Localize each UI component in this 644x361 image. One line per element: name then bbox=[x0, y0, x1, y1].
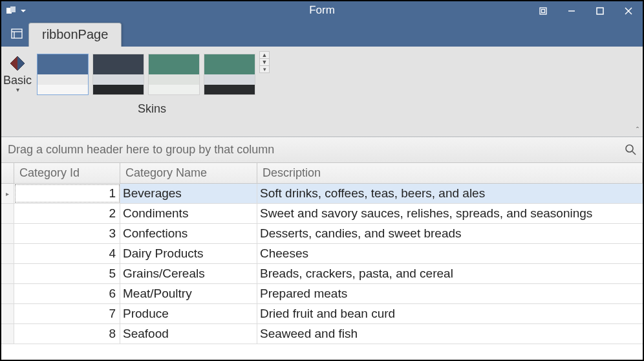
cell-category-name[interactable]: Meat/Poultry bbox=[120, 284, 257, 303]
ribbon-group-skins: ▲ ▼ ▾ Skins bbox=[34, 50, 270, 137]
skin-swatch[interactable] bbox=[204, 54, 255, 95]
svg-rect-3 bbox=[597, 8, 603, 14]
column-header-name[interactable]: Category Name bbox=[120, 163, 257, 183]
row-indicator bbox=[1, 224, 14, 243]
cell-description[interactable]: Cheeses bbox=[257, 244, 643, 263]
ribbon-header: ribbonPage bbox=[1, 21, 643, 47]
cell-category-name[interactable]: Seafood bbox=[120, 324, 257, 344]
app-window: Form ribbonPage bbox=[0, 0, 644, 361]
svg-point-12 bbox=[626, 145, 633, 152]
data-grid: Category Id Category Name Description ▸1… bbox=[1, 163, 643, 360]
cell-category-id[interactable]: 5 bbox=[14, 264, 120, 283]
row-indicator bbox=[1, 264, 14, 283]
chevron-down-icon: ▾ bbox=[16, 86, 19, 93]
row-indicator bbox=[1, 284, 14, 303]
cell-description[interactable]: Sweet and savory sauces, relishes, sprea… bbox=[257, 204, 643, 223]
close-button[interactable] bbox=[614, 1, 643, 21]
basic-skin-icon bbox=[8, 54, 27, 72]
row-indicator bbox=[1, 204, 14, 223]
skin-swatch[interactable] bbox=[37, 54, 89, 95]
cell-description[interactable]: Desserts, candies, and sweet breads bbox=[257, 224, 643, 243]
gallery-expand-button[interactable]: ▾ bbox=[259, 66, 270, 73]
column-header-id[interactable]: Category Id bbox=[14, 163, 120, 183]
ribbon-body: Basic ▾ ▲ ▼ ▾ Skins ˆ bbox=[1, 47, 643, 137]
gallery-down-button[interactable]: ▼ bbox=[259, 59, 270, 66]
table-row[interactable]: 4Dairy ProductsCheeses bbox=[1, 244, 643, 264]
svg-marker-11 bbox=[10, 56, 17, 71]
table-row[interactable]: 6Meat/PoultryPrepared meats bbox=[1, 284, 643, 304]
ribbon-group-basic[interactable]: Basic ▾ bbox=[1, 50, 34, 137]
row-indicator bbox=[1, 244, 14, 263]
cell-description[interactable]: Seaweed and fish bbox=[257, 324, 643, 344]
minimize-button[interactable] bbox=[557, 1, 586, 21]
row-indicator bbox=[1, 304, 14, 323]
group-panel-hint: Drag a column header here to group by th… bbox=[8, 143, 274, 157]
gallery-up-button[interactable]: ▲ bbox=[259, 51, 270, 59]
svg-rect-1 bbox=[542, 10, 545, 13]
title-bar[interactable]: Form bbox=[1, 1, 643, 21]
group-by-panel[interactable]: Drag a column header here to group by th… bbox=[1, 137, 643, 163]
skin-swatch[interactable] bbox=[92, 54, 144, 95]
cell-category-name[interactable]: Condiments bbox=[120, 204, 257, 223]
cell-description[interactable]: Prepared meats bbox=[257, 284, 643, 303]
cell-category-id[interactable]: 2 bbox=[14, 204, 120, 223]
ribbon-tab[interactable]: ribbonPage bbox=[28, 23, 122, 47]
cell-category-id[interactable]: 7 bbox=[14, 304, 120, 323]
cell-category-id[interactable]: 3 bbox=[14, 224, 120, 243]
svg-rect-0 bbox=[540, 8, 546, 14]
skin-gallery: ▲ ▼ ▾ bbox=[34, 50, 270, 98]
cell-description[interactable]: Soft drinks, coffees, teas, beers, and a… bbox=[257, 184, 643, 203]
ribbon-collapse-icon[interactable]: ˆ bbox=[636, 126, 639, 135]
cell-category-name[interactable]: Dairy Products bbox=[120, 244, 257, 263]
maximize-button[interactable] bbox=[586, 1, 614, 21]
app-icon bbox=[6, 6, 17, 16]
column-header-desc[interactable]: Description bbox=[257, 163, 643, 183]
window-controls bbox=[529, 1, 643, 21]
table-row[interactable]: 7ProduceDried fruit and bean curd bbox=[1, 304, 643, 324]
svg-marker-10 bbox=[17, 56, 25, 71]
table-row[interactable]: 3ConfectionsDesserts, candies, and sweet… bbox=[1, 224, 643, 244]
cell-category-id[interactable]: 1 bbox=[14, 184, 120, 203]
restore-down-alt-button[interactable] bbox=[529, 1, 557, 21]
table-row[interactable]: 2CondimentsSweet and savory sauces, reli… bbox=[1, 204, 643, 224]
cell-category-name[interactable]: Beverages bbox=[120, 184, 257, 203]
svg-line-13 bbox=[632, 151, 636, 155]
skin-swatch[interactable] bbox=[148, 54, 200, 95]
cell-category-id[interactable]: 6 bbox=[14, 284, 120, 303]
cell-category-name[interactable]: Confections bbox=[120, 224, 257, 243]
table-row[interactable]: 5Grains/CerealsBreads, crackers, pasta, … bbox=[1, 264, 643, 284]
cell-category-id[interactable]: 8 bbox=[14, 324, 120, 344]
qat-dropdown-icon[interactable] bbox=[21, 8, 26, 14]
search-icon[interactable] bbox=[625, 144, 636, 159]
cell-description[interactable]: Dried fruit and bean curd bbox=[257, 304, 643, 323]
gallery-scroll: ▲ ▼ ▾ bbox=[259, 51, 270, 73]
grid-rows: ▸1BeveragesSoft drinks, coffees, teas, b… bbox=[1, 184, 643, 360]
grid-header: Category Id Category Name Description bbox=[1, 163, 643, 184]
basic-label: Basic bbox=[3, 74, 32, 87]
cell-category-id[interactable]: 4 bbox=[14, 244, 120, 263]
cell-description[interactable]: Breads, crackers, pasta, and cereal bbox=[257, 264, 643, 283]
row-indicator-header bbox=[1, 163, 14, 183]
cell-category-name[interactable]: Produce bbox=[120, 304, 257, 323]
cell-category-name[interactable]: Grains/Cereals bbox=[120, 264, 257, 283]
table-row[interactable]: 8SeafoodSeaweed and fish bbox=[1, 324, 643, 344]
table-row[interactable]: ▸1BeveragesSoft drinks, coffees, teas, b… bbox=[1, 184, 643, 204]
svg-rect-6 bbox=[12, 29, 22, 38]
skins-group-label: Skins bbox=[138, 102, 166, 116]
app-menu-icon[interactable] bbox=[9, 26, 25, 41]
row-indicator: ▸ bbox=[1, 184, 14, 203]
row-indicator bbox=[1, 324, 14, 344]
